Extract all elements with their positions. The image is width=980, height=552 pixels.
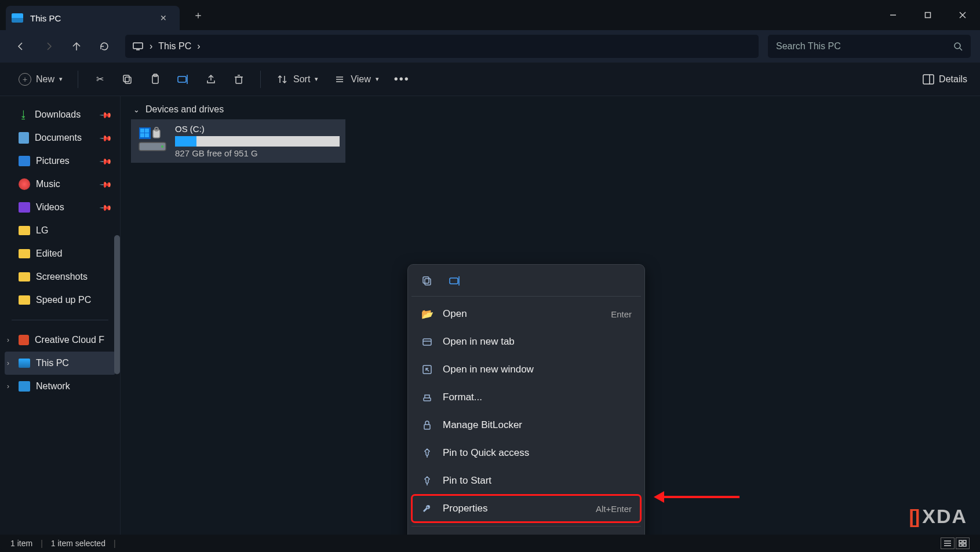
tab-title: This PC bbox=[30, 13, 151, 23]
minimize-button[interactable] bbox=[876, 0, 910, 30]
copy-icon bbox=[121, 74, 134, 85]
svg-point-7 bbox=[955, 43, 960, 49]
svg-rect-43 bbox=[424, 425, 430, 429]
sidebar-item-pictures[interactable]: Pictures📌 bbox=[5, 149, 115, 173]
annotation-arrow bbox=[654, 491, 739, 503]
sidebar-label: Edited bbox=[36, 248, 62, 259]
title-bar: This PC ✕ ＋ bbox=[0, 0, 980, 30]
svg-rect-23 bbox=[923, 75, 934, 84]
copy-button[interactable] bbox=[115, 68, 140, 91]
svg-rect-42 bbox=[424, 398, 431, 401]
sidebar-item-downloads[interactable]: ⭳Downloads📌 bbox=[5, 103, 115, 126]
trash-icon bbox=[232, 74, 245, 85]
folder-icon bbox=[19, 295, 30, 305]
separator: | bbox=[114, 539, 116, 548]
paste-button[interactable] bbox=[143, 68, 167, 91]
ctx-item-pin-quick[interactable]: Pin to Quick access bbox=[411, 439, 641, 467]
rename-button[interactable] bbox=[171, 68, 195, 91]
lock-icon bbox=[421, 420, 433, 430]
svg-rect-52 bbox=[963, 540, 966, 543]
svg-rect-28 bbox=[140, 133, 144, 137]
sidebar-item-screenshots[interactable]: Screenshots bbox=[5, 265, 115, 288]
pin-icon bbox=[421, 448, 433, 458]
ctx-copy-button[interactable] bbox=[415, 270, 439, 291]
maximize-button[interactable] bbox=[910, 0, 945, 30]
creative-cloud-icon bbox=[19, 335, 29, 345]
view-tiles-button[interactable] bbox=[956, 538, 970, 549]
svg-rect-35 bbox=[423, 277, 429, 283]
delete-button[interactable] bbox=[227, 68, 251, 91]
ctx-item-pin-start[interactable]: Pin to Start bbox=[411, 467, 641, 495]
ctx-item-properties[interactable]: PropertiesAlt+Enter bbox=[411, 495, 641, 522]
ctx-item-format[interactable]: Format... bbox=[411, 383, 641, 411]
back-button[interactable] bbox=[9, 35, 32, 58]
wrench-icon bbox=[421, 503, 433, 514]
svg-rect-54 bbox=[963, 544, 966, 546]
sidebar-label: Downloads bbox=[35, 109, 81, 120]
sidebar-item-speedup[interactable]: Speed up PC bbox=[5, 288, 115, 312]
format-icon bbox=[421, 392, 433, 403]
sidebar-tree-network[interactable]: ›Network bbox=[5, 375, 115, 398]
ctx-item-open-new-window[interactable]: Open in new window bbox=[411, 356, 641, 383]
sidebar-item-edited[interactable]: Edited bbox=[5, 242, 115, 265]
tab-icon bbox=[421, 337, 433, 347]
sidebar-tree-creative-cloud[interactable]: ›Creative Cloud F bbox=[5, 328, 115, 352]
chevron-right-icon[interactable]: › bbox=[7, 359, 9, 367]
command-toolbar: + New ▾ ✂ Sort ▾ View ▾ ••• Details bbox=[0, 63, 980, 96]
view-details-button[interactable] bbox=[941, 538, 955, 549]
sidebar-divider bbox=[12, 320, 108, 320]
drive-tile-os-c[interactable]: OS (C:) 827 GB free of 951 G bbox=[131, 119, 345, 163]
sort-button[interactable]: Sort ▾ bbox=[270, 68, 324, 91]
drive-name: OS (C:) bbox=[175, 124, 340, 134]
separator bbox=[78, 71, 78, 88]
more-button[interactable]: ••• bbox=[388, 68, 416, 91]
pin-icon: 📌 bbox=[99, 154, 112, 167]
up-button[interactable] bbox=[65, 35, 88, 58]
sidebar-scrollbar[interactable] bbox=[114, 235, 120, 374]
ctx-label: Open bbox=[443, 308, 467, 320]
pin-icon bbox=[421, 476, 433, 486]
forward-button[interactable] bbox=[37, 35, 60, 58]
cut-button[interactable]: ✂ bbox=[88, 68, 112, 91]
svg-rect-36 bbox=[450, 278, 458, 284]
chevron-right-icon[interactable]: › bbox=[7, 336, 9, 344]
close-tab-button[interactable]: ✕ bbox=[158, 12, 169, 24]
search-box[interactable]: Search This PC bbox=[768, 35, 971, 58]
sidebar-item-music[interactable]: Music📌 bbox=[5, 173, 115, 196]
svg-rect-9 bbox=[125, 77, 131, 83]
refresh-button[interactable] bbox=[93, 35, 116, 58]
chevron-down-icon: ▾ bbox=[376, 75, 379, 83]
rename-icon bbox=[177, 74, 190, 85]
new-tab-button[interactable]: ＋ bbox=[187, 3, 210, 27]
window-tab[interactable]: This PC ✕ bbox=[6, 6, 180, 30]
chevron-right-icon: › bbox=[150, 41, 152, 52]
group-header-devices[interactable]: ⌄ Devices and drives bbox=[131, 104, 970, 115]
close-window-button[interactable] bbox=[945, 0, 980, 30]
details-pane-icon bbox=[923, 74, 934, 85]
new-label: New bbox=[36, 74, 54, 85]
svg-rect-27 bbox=[145, 129, 149, 133]
ctx-item-more-options[interactable]: Show more options bbox=[411, 530, 641, 535]
videos-icon bbox=[19, 202, 30, 213]
chevron-right-icon[interactable]: › bbox=[7, 382, 9, 390]
sidebar-item-videos[interactable]: Videos📌 bbox=[5, 196, 115, 219]
view-button[interactable]: View ▾ bbox=[327, 68, 384, 91]
address-bar[interactable]: › This PC › bbox=[125, 35, 759, 58]
sidebar-label: Pictures bbox=[36, 156, 70, 166]
separator: | bbox=[41, 539, 43, 548]
new-button[interactable]: + New ▾ bbox=[13, 68, 68, 91]
ctx-item-open-new-tab[interactable]: Open in new tab bbox=[411, 328, 641, 356]
chevron-right-icon: › bbox=[197, 41, 200, 52]
ctx-rename-button[interactable] bbox=[443, 270, 467, 291]
context-menu-quick-actions bbox=[411, 268, 641, 297]
share-button[interactable] bbox=[199, 68, 223, 91]
view-label: View bbox=[351, 74, 370, 85]
sidebar-item-lg[interactable]: LG bbox=[5, 219, 115, 242]
sidebar-label: Videos bbox=[36, 202, 64, 213]
sidebar-tree-this-pc[interactable]: ›This PC bbox=[5, 352, 115, 375]
document-icon bbox=[19, 132, 29, 144]
sidebar-item-documents[interactable]: Documents📌 bbox=[5, 126, 115, 149]
details-pane-button[interactable]: Details bbox=[923, 74, 967, 85]
ctx-item-bitlocker[interactable]: Manage BitLocker bbox=[411, 411, 641, 439]
ctx-item-open[interactable]: 📂OpenEnter bbox=[411, 300, 641, 328]
